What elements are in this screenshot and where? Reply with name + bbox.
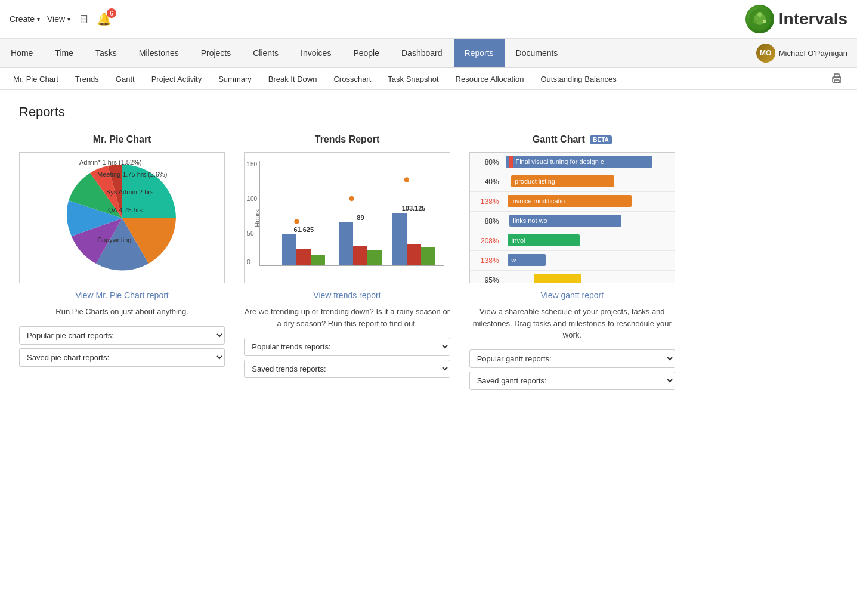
pie-chart-title: Mr. Pie Chart bbox=[93, 134, 151, 145]
gantt-link[interactable]: View gantt report bbox=[541, 290, 604, 300]
pie-chart-svg bbox=[63, 159, 182, 278]
nav-projects[interactable]: Projects bbox=[190, 39, 243, 67]
nav-reports[interactable]: Reports bbox=[454, 39, 505, 67]
subnav-resourceallocation[interactable]: Resource Allocation bbox=[447, 69, 533, 89]
trends-desc: Are we trending up or trending down? Is … bbox=[244, 306, 450, 329]
top-bar-left: Create ▾ View ▾ 🖥 🔔 6 bbox=[10, 12, 112, 26]
popular-pie-select[interactable]: Popular pie chart reports: bbox=[19, 326, 225, 345]
gantt-bar-text-4: links not wo bbox=[513, 217, 547, 224]
gantt-label-2: 40% bbox=[470, 178, 503, 186]
svg-point-3 bbox=[763, 20, 766, 23]
gantt-chart-box: 80% Final visual tuning for design c 40% bbox=[469, 152, 675, 283]
svg-point-2 bbox=[757, 12, 762, 17]
pie-chart-container: Admin* 1 hrs (1.52%) Meeting 1.75 hrs (2… bbox=[20, 153, 224, 283]
print-icon[interactable] bbox=[831, 73, 843, 85]
view-button[interactable]: View ▾ bbox=[47, 14, 70, 24]
popular-gantt-select[interactable]: Popular gantt reports: bbox=[469, 349, 675, 368]
nav-time[interactable]: Time bbox=[44, 39, 85, 67]
gantt-bar-area-6: w bbox=[503, 251, 675, 270]
gantt-row-6: 138% w bbox=[470, 251, 675, 271]
gantt-row-1: 80% Final visual tuning for design c bbox=[470, 153, 675, 172]
report-card-trends: Trends Report Hours 150 100 50 0 bbox=[244, 134, 450, 394]
notification-bell-container[interactable]: 🔔 6 bbox=[97, 12, 112, 26]
create-chevron-icon: ▾ bbox=[37, 16, 40, 23]
gantt-bar-text-2: product listing bbox=[515, 178, 555, 185]
subnav-mrpiechart[interactable]: Mr. Pie Chart bbox=[5, 69, 67, 89]
nav-home[interactable]: Home bbox=[0, 39, 44, 67]
gantt-bar-area-3: invoice modificatio bbox=[503, 192, 675, 211]
gantt-label-6: 138% bbox=[470, 256, 503, 265]
svg-point-8 bbox=[833, 78, 834, 79]
gantt-desc: View a shareable schedule of your projec… bbox=[469, 306, 675, 341]
popular-trends-select[interactable]: Popular trends reports: bbox=[244, 338, 450, 356]
user-avatar: MO bbox=[756, 44, 775, 63]
nav-people[interactable]: People bbox=[342, 39, 391, 67]
content-area: Reports Mr. Pie Chart bbox=[0, 90, 857, 408]
nav-tasks[interactable]: Tasks bbox=[85, 39, 128, 67]
subnav-outstandingbalances[interactable]: Outstanding Balances bbox=[533, 69, 625, 89]
gantt-label-4: 88% bbox=[470, 217, 503, 225]
create-button[interactable]: Create ▾ bbox=[10, 14, 40, 24]
logo-icon bbox=[745, 5, 774, 33]
report-card-pie: Mr. Pie Chart bbox=[19, 134, 225, 394]
y-label-100: 100 bbox=[247, 196, 257, 202]
subnav-trends[interactable]: Trends bbox=[67, 69, 107, 89]
y-label-150: 150 bbox=[247, 161, 257, 168]
gantt-row-7: 95% bbox=[470, 271, 675, 283]
sub-nav: Mr. Pie Chart Trends Gantt Project Activ… bbox=[0, 68, 857, 90]
gantt-row-2: 40% product listing bbox=[470, 172, 675, 192]
gantt-row-5: 208% Invoi bbox=[470, 231, 675, 251]
gantt-bar-text-6: w bbox=[511, 256, 516, 264]
page-title: Reports bbox=[19, 104, 838, 120]
gantt-bar-area-2: product listing bbox=[503, 172, 675, 191]
subnav-crosschart[interactable]: Crosschart bbox=[325, 69, 379, 89]
svg-point-9 bbox=[294, 219, 300, 225]
saved-pie-select[interactable]: Saved pie chart reports: bbox=[19, 348, 225, 367]
gantt-preview: 80% Final visual tuning for design c 40% bbox=[470, 153, 675, 283]
gantt-row-4: 88% links not wo bbox=[470, 212, 675, 231]
user-name: Michael O'Paynigan bbox=[779, 49, 847, 58]
gantt-label-7: 95% bbox=[470, 276, 503, 283]
gantt-label-3: 138% bbox=[470, 197, 503, 206]
svg-point-11 bbox=[404, 177, 410, 183]
nav-milestones[interactable]: Milestones bbox=[128, 39, 190, 67]
trends-chart-box: Hours 150 100 50 0 61.625 bbox=[244, 152, 450, 283]
nav-invoices[interactable]: Invoices bbox=[290, 39, 342, 67]
nav-clients[interactable]: Clients bbox=[242, 39, 290, 67]
pie-chart-link[interactable]: View Mr. Pie Chart report bbox=[76, 290, 169, 300]
gantt-row-3: 138% invoice modificatio bbox=[470, 192, 675, 212]
saved-gantt-select[interactable]: Saved gantt reports: bbox=[469, 372, 675, 390]
notification-badge: 6 bbox=[107, 8, 116, 18]
subnav-projectactivity[interactable]: Project Activity bbox=[143, 69, 211, 89]
report-card-gantt: Gantt Chart BETA 80% Final visual tuning… bbox=[469, 134, 675, 394]
gantt-title: Gantt Chart BETA bbox=[533, 134, 612, 145]
main-nav: Home Time Tasks Milestones Projects Clie… bbox=[0, 39, 857, 68]
gantt-bar-text-1: Final visual tuning for design c bbox=[515, 158, 604, 165]
beta-badge: BETA bbox=[590, 135, 611, 144]
nav-documents[interactable]: Documents bbox=[505, 39, 570, 67]
gantt-bar-area-4: links not wo bbox=[503, 212, 675, 231]
view-label: View bbox=[47, 14, 65, 24]
trends-title: Trends Report bbox=[315, 134, 379, 145]
gantt-bar-area-5: Invoi bbox=[503, 231, 675, 250]
svg-rect-7 bbox=[834, 80, 839, 83]
subnav-breakitdown[interactable]: Break It Down bbox=[260, 69, 326, 89]
reports-grid: Mr. Pie Chart bbox=[19, 134, 675, 394]
sub-nav-right bbox=[821, 68, 852, 89]
gantt-bar-area-1: Final visual tuning for design c bbox=[503, 153, 675, 172]
logo-text: Intervals bbox=[779, 10, 847, 29]
logo-area: Intervals bbox=[745, 5, 847, 33]
y-label-50: 50 bbox=[247, 230, 253, 237]
saved-trends-select[interactable]: Saved trends reports: bbox=[244, 360, 450, 378]
gantt-bar-area-7 bbox=[503, 271, 675, 283]
gantt-label-5: 208% bbox=[470, 237, 503, 245]
subnav-summary[interactable]: Summary bbox=[210, 69, 260, 89]
nav-dashboard[interactable]: Dashboard bbox=[391, 39, 454, 67]
svg-point-10 bbox=[349, 196, 355, 202]
svg-point-4 bbox=[753, 20, 757, 23]
subnav-tasksnapshot[interactable]: Task Snapshot bbox=[379, 69, 447, 89]
y-label-0: 0 bbox=[247, 259, 250, 265]
pie-chart-desc: Run Pie Charts on just about anything. bbox=[55, 306, 188, 318]
subnav-gantt[interactable]: Gantt bbox=[107, 69, 143, 89]
trends-link[interactable]: View trends report bbox=[313, 290, 380, 300]
